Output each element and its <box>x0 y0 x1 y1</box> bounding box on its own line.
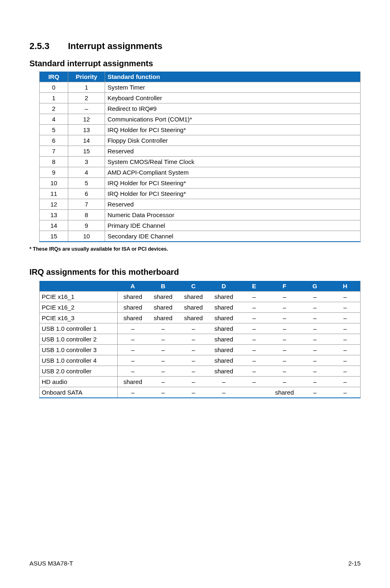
cell-value: – <box>300 292 330 302</box>
cell-value: – <box>300 334 330 345</box>
cell-value: shared <box>208 345 239 355</box>
cell-value <box>239 387 269 398</box>
table-row: 116IRQ Holder for PCI Steering* <box>40 189 361 199</box>
cell-irq: 4 <box>40 114 68 125</box>
cell-priority: 8 <box>68 210 105 220</box>
cell-priority: 13 <box>68 125 105 135</box>
table-row: 715Reserved <box>40 146 361 157</box>
cell-label: USB 2.0 controller <box>40 366 118 377</box>
cell-value: – <box>208 387 239 398</box>
cell-label: PCIE x16_2 <box>40 302 118 313</box>
cell-value: – <box>117 345 148 355</box>
cell-function: Reserved <box>105 199 361 210</box>
cell-function: Secondary IDE Channel <box>105 231 361 242</box>
cell-irq: 10 <box>40 178 68 189</box>
cell-function: Redirect to IRQ#9 <box>105 103 361 114</box>
cell-priority: – <box>68 103 105 114</box>
col-header-function: Standard function <box>105 72 361 82</box>
cell-function: IRQ Holder for PCI Steering* <box>105 178 361 189</box>
cell-value: – <box>117 323 148 334</box>
table-row: USB 1.0 controller 2–––shared–––– <box>40 334 361 345</box>
cell-function: IRQ Holder for PCI Steering* <box>105 125 361 135</box>
standard-irq-table: IRQ Priority Standard function 01System … <box>39 72 361 242</box>
cell-value: – <box>178 345 208 355</box>
cell-value: shared <box>208 366 239 377</box>
col-header-letter: A <box>117 281 148 292</box>
cell-value: – <box>269 334 300 345</box>
cell-irq: 8 <box>40 157 68 167</box>
cell-value: – <box>330 323 360 334</box>
cell-value: – <box>148 323 178 334</box>
cell-function: Reserved <box>105 146 361 157</box>
col-header-letter: B <box>148 281 178 292</box>
table-row: HD audioshared––––––– <box>40 377 361 387</box>
cell-value: – <box>330 292 360 302</box>
cell-value: – <box>148 345 178 355</box>
cell-function: AMD ACPI-Compliant System <box>105 167 361 178</box>
cell-value: shared <box>178 313 208 323</box>
table-header-row: IRQ Priority Standard function <box>40 72 361 82</box>
assignments-table: ABCDEFGH PCIE x16_1sharedsharedsharedsha… <box>39 281 361 398</box>
table-row: 614Floppy Disk Controller <box>40 135 361 146</box>
table-row: 412Communications Port (COM1)* <box>40 114 361 125</box>
table-row: USB 1.0 controller 3–––shared–––– <box>40 345 361 355</box>
col-header-letter: G <box>300 281 330 292</box>
section-heading: 2.5.3 Interrupt assignments <box>29 41 361 52</box>
cell-priority: 10 <box>68 231 105 242</box>
cell-irq: 15 <box>40 231 68 242</box>
cell-label: USB 1.0 controller 1 <box>40 323 118 334</box>
cell-function: Communications Port (COM1)* <box>105 114 361 125</box>
cell-value: – <box>300 387 330 398</box>
col-header-letter: D <box>208 281 239 292</box>
cell-value: – <box>330 302 360 313</box>
table-row: 01System Timer <box>40 82 361 93</box>
cell-value: – <box>239 377 269 387</box>
cell-value: – <box>330 334 360 345</box>
cell-priority: 14 <box>68 135 105 146</box>
cell-irq: 0 <box>40 82 68 93</box>
cell-priority: 6 <box>68 189 105 199</box>
cell-function: System CMOS/Real Time Clock <box>105 157 361 167</box>
cell-value: – <box>239 323 269 334</box>
cell-value: – <box>178 355 208 366</box>
irq-footnote: * These IRQs are usually available for I… <box>29 246 361 252</box>
table-row: PCIE x16_1sharedsharedsharedshared–––– <box>40 292 361 302</box>
table-row: 1510Secondary IDE Channel <box>40 231 361 242</box>
cell-value: – <box>178 366 208 377</box>
col-header-letter: C <box>178 281 208 292</box>
cell-irq: 14 <box>40 220 68 231</box>
cell-value: – <box>300 323 330 334</box>
table-row: 513IRQ Holder for PCI Steering* <box>40 125 361 135</box>
cell-value: – <box>330 387 360 398</box>
cell-value: – <box>208 377 239 387</box>
cell-function: System Timer <box>105 82 361 93</box>
cell-value: – <box>300 313 330 323</box>
cell-priority: 3 <box>68 157 105 167</box>
cell-irq: 11 <box>40 189 68 199</box>
cell-function: IRQ Holder for PCI Steering* <box>105 189 361 199</box>
table-row: PCIE x16_3sharedsharedsharedshared–––– <box>40 313 361 323</box>
cell-value: shared <box>117 292 148 302</box>
table-row: 105IRQ Holder for PCI Steering* <box>40 178 361 189</box>
table-row: 138Numeric Data Processor <box>40 210 361 220</box>
standard-subheading: Standard interrupt assignments <box>29 59 361 68</box>
table-row: USB 2.0 controller–––shared–––– <box>40 366 361 377</box>
cell-value: – <box>239 302 269 313</box>
cell-priority: 5 <box>68 178 105 189</box>
cell-value: – <box>269 355 300 366</box>
cell-priority: 2 <box>68 93 105 103</box>
col-header-letter: E <box>239 281 269 292</box>
cell-value: shared <box>117 313 148 323</box>
cell-value: – <box>239 334 269 345</box>
cell-value: – <box>269 292 300 302</box>
cell-priority: 9 <box>68 220 105 231</box>
section-number: 2.5.3 <box>29 41 65 52</box>
cell-function: Keyboard Controller <box>105 93 361 103</box>
cell-value: – <box>300 366 330 377</box>
col-header-priority: Priority <box>68 72 105 82</box>
cell-value: – <box>269 302 300 313</box>
footer-right: 2-15 <box>348 560 361 567</box>
cell-irq: 9 <box>40 167 68 178</box>
cell-value: shared <box>269 387 300 398</box>
cell-priority: 1 <box>68 82 105 93</box>
